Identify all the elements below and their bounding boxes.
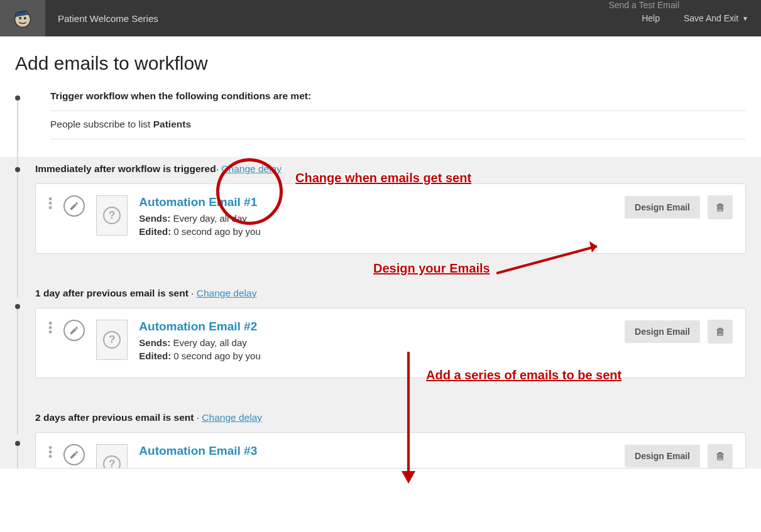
email-step: 1 day after previous email is sent · Cha… bbox=[15, 281, 761, 378]
workflow-timeline: Trigger workflow when the following cond… bbox=[0, 90, 761, 469]
trash-icon bbox=[715, 327, 725, 337]
edit-button[interactable] bbox=[63, 195, 85, 217]
svg-point-2 bbox=[24, 17, 26, 19]
workflow-title: Patient Welcome Series bbox=[58, 13, 158, 24]
design-email-button[interactable]: Design Email bbox=[625, 445, 700, 467]
question-icon: ? bbox=[103, 455, 121, 469]
edit-button[interactable] bbox=[63, 444, 85, 465]
save-exit-label: Save And Exit bbox=[684, 13, 738, 23]
edited-value: 0 second ago by you bbox=[173, 350, 260, 361]
delete-button[interactable] bbox=[708, 444, 733, 468]
change-delay-link[interactable]: Change delay bbox=[197, 288, 257, 298]
email-title[interactable]: Automation Email #2 bbox=[139, 320, 613, 334]
email-card: ••• ? Automation Email #3 Design Email bbox=[35, 432, 746, 469]
pencil-icon bbox=[69, 201, 79, 211]
svg-point-1 bbox=[19, 17, 21, 19]
change-delay-link[interactable]: Change delay bbox=[221, 163, 282, 174]
trigger-section: Trigger workflow when the following cond… bbox=[15, 90, 761, 139]
trigger-list-name: Patients bbox=[153, 119, 191, 129]
email-step: 2 days after previous email is sent · Ch… bbox=[15, 406, 761, 469]
email-thumbnail: ? bbox=[96, 195, 128, 236]
email-title[interactable]: Automation Email #1 bbox=[139, 195, 613, 209]
mailchimp-icon bbox=[11, 6, 35, 30]
top-bar: Patient Welcome Series Send a Test Email… bbox=[0, 0, 761, 36]
timeline-dot bbox=[15, 95, 20, 100]
email-step: Immediately after workflow is triggered·… bbox=[15, 157, 761, 254]
delay-text: 1 day after previous email is sent · Cha… bbox=[35, 281, 746, 308]
save-and-exit-button[interactable]: Save And Exit ▼ bbox=[684, 13, 748, 23]
sends-value: Every day, all day bbox=[173, 213, 247, 224]
trigger-heading: Trigger workflow when the following cond… bbox=[50, 90, 746, 111]
edit-button[interactable] bbox=[63, 320, 85, 341]
trigger-condition: People subscribe to list Patients bbox=[50, 111, 746, 139]
drag-handle-icon[interactable]: ••• bbox=[48, 320, 52, 335]
delete-button[interactable] bbox=[708, 320, 733, 344]
trash-icon bbox=[715, 202, 725, 212]
edited-value: 0 second ago by you bbox=[173, 226, 260, 237]
question-icon: ? bbox=[103, 207, 121, 224]
drag-handle-icon[interactable]: ••• bbox=[48, 195, 52, 211]
design-email-button[interactable]: Design Email bbox=[625, 320, 700, 343]
email-card: ••• ? Automation Email #1 Sends: Every d… bbox=[35, 183, 746, 254]
delay-text: 2 days after previous email is sent · Ch… bbox=[35, 406, 746, 432]
trash-icon bbox=[715, 451, 725, 461]
email-title[interactable]: Automation Email #3 bbox=[139, 444, 613, 458]
change-delay-link[interactable]: Change delay bbox=[202, 412, 262, 423]
chevron-down-icon: ▼ bbox=[742, 15, 748, 22]
design-email-button[interactable]: Design Email bbox=[625, 196, 700, 219]
send-test-link[interactable]: Send a Test Email bbox=[608, 0, 679, 10]
sends-value: Every day, all day bbox=[173, 337, 247, 348]
pencil-icon bbox=[69, 450, 79, 460]
help-link[interactable]: Help bbox=[642, 13, 660, 23]
email-card: ••• ? Automation Email #2 Sends: Every d… bbox=[35, 308, 746, 378]
mailchimp-logo[interactable] bbox=[0, 0, 45, 36]
delete-button[interactable] bbox=[708, 195, 733, 219]
pencil-icon bbox=[69, 325, 79, 335]
drag-handle-icon[interactable]: ••• bbox=[48, 444, 52, 460]
delay-text: Immediately after workflow is triggered·… bbox=[35, 157, 746, 183]
page-title: Add emails to workflow bbox=[0, 36, 761, 90]
email-thumbnail: ? bbox=[96, 320, 128, 360]
question-icon: ? bbox=[103, 331, 121, 349]
email-thumbnail: ? bbox=[96, 444, 128, 469]
